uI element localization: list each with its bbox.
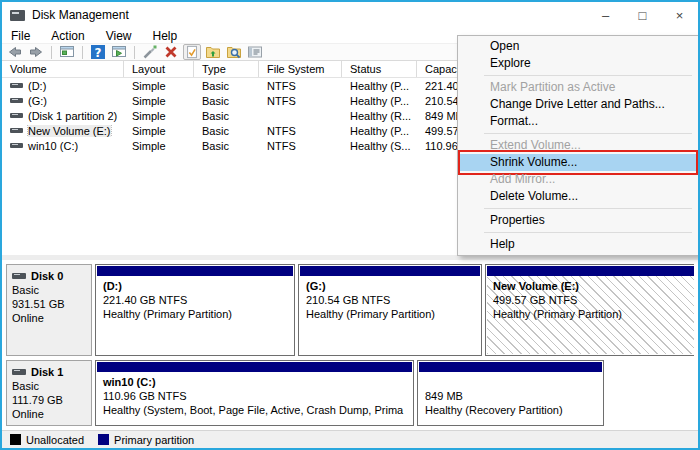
disk-size: 931.51 GB [12,297,86,311]
column-header-type[interactable]: Type [194,61,259,77]
close-icon[interactable]: × [661,2,698,28]
folder-search-icon[interactable] [225,44,243,60]
minimize-icon[interactable]: – [587,2,624,28]
partitions-area: win10 (C:)110.96 GB NTFSHealthy (System,… [95,360,694,426]
menu-item-change-drive-letter-and-paths[interactable]: Change Drive Letter and Paths... [458,96,698,113]
partition-recovery[interactable]: 849 MBHealthy (Recovery Partition) [417,360,604,426]
screwdriver-icon[interactable] [141,44,159,60]
partition-color-strip [419,362,602,372]
menu-item-delete-volume[interactable]: Delete Volume... [458,188,698,205]
disk-row-disk-0: Disk 0Basic931.51 GBOnline(D:)221.40 GB … [6,264,694,356]
partition-name: win10 (C:) [103,375,406,389]
partition-info: win10 (C:)110.96 GB NTFSHealthy (System,… [97,372,412,424]
cell-volume: (Disk 1 partition 2) [2,110,124,122]
partition-g[interactable]: (G:)210.54 GB NTFSHealthy (Primary Parti… [298,264,482,356]
partition-info: New Volume (E:)499.57 GB NTFSHealthy (Pr… [487,276,694,354]
cell-volume: win10 (C:) [2,140,124,152]
menu-item-explore[interactable]: Explore [458,55,698,72]
disk-graph-panel: Disk 0Basic931.51 GBOnline(D:)221.40 GB … [2,260,698,430]
partition-win10-c[interactable]: win10 (C:)110.96 GB NTFSHealthy (System,… [95,360,414,426]
cell-layout: Simple [124,140,194,152]
menu-item-shrink-volume[interactable]: Shrink Volume... [458,154,698,171]
cell-layout: Simple [124,125,194,137]
menu-item-open[interactable]: Open [458,38,698,55]
svg-text:?: ? [95,46,102,60]
menu-separator [484,208,692,209]
partition-status: Healthy (Primary Partition) [493,307,689,321]
legend-label: Unallocated [26,434,84,446]
checklist-icon[interactable] [183,44,201,60]
disk-label-box[interactable]: Disk 0Basic931.51 GBOnline [6,264,92,356]
cell-volume: (D:) [2,80,124,92]
column-header-volume[interactable]: Volume [2,61,124,77]
volume-drive-icon [10,113,23,118]
disk-label-box[interactable]: Disk 1Basic111.79 GBOnline [6,360,92,426]
menubar-item-action[interactable]: Action [51,29,84,43]
legend-swatch-icon [98,434,109,445]
menu-separator [484,133,692,134]
volume-drive-icon [10,98,23,103]
menubar-item-view[interactable]: View [106,29,132,43]
disk-type: Basic [12,379,86,393]
console-action-icon[interactable] [110,44,128,60]
partition-new-volume-e[interactable]: New Volume (E:)499.57 GB NTFSHealthy (Pr… [485,264,694,356]
partition-status: Healthy (Primary Partition) [306,307,474,321]
toolbar-separator [82,46,83,59]
partition-name [425,375,596,389]
toolbar-separator [51,46,52,59]
menu-item-properties[interactable]: Properties [458,212,698,229]
window-controls: – □ × [587,2,698,28]
disk-management-window: Disk Management – □ × File Action View H… [0,0,700,450]
menu-item-format[interactable]: Format... [458,113,698,130]
partition-size: 110.96 GB NTFS [103,389,406,403]
column-header-layout[interactable]: Layout [124,61,194,77]
disk-name: Disk 1 [12,365,86,379]
cell-status: Healthy (P... [342,125,417,137]
window-title: Disk Management [32,8,129,22]
cell-fs: NTFS [259,125,342,137]
partition-status: Healthy (Primary Partition) [103,307,287,321]
partitions-area: (D:)221.40 GB NTFSHealthy (Primary Parti… [95,264,694,356]
toolbar-separator [134,46,135,59]
volume-name: win10 (C:) [28,140,78,152]
cell-layout: Simple [124,80,194,92]
cell-status: Healthy (P... [342,95,417,107]
cell-status: Healthy (P... [342,80,417,92]
legend-unallocated: Unallocated [10,434,84,446]
volume-drive-icon [10,143,23,148]
menu-item-add-mirror: Add Mirror... [458,171,698,188]
partition-size: 849 MB [425,389,596,403]
disk-row-disk-1: Disk 1Basic111.79 GBOnlinewin10 (C:)110.… [6,360,694,426]
column-header-file-system[interactable]: File System [259,61,342,77]
disk-drive-icon [12,369,26,375]
menubar-item-file[interactable]: File [11,29,30,43]
disk-status: Online [12,311,86,325]
legend-label: Primary partition [114,434,194,446]
column-header-status[interactable]: Status [342,61,417,77]
cell-type: Basic [194,125,259,137]
menu-item-help[interactable]: Help [458,236,698,253]
volume-name: (G:) [28,95,47,107]
partition-info: (D:)221.40 GB NTFSHealthy (Primary Parti… [97,276,293,354]
disk-drive-icon [12,273,26,279]
disk-status: Online [12,407,86,421]
maximize-icon[interactable]: □ [624,2,661,28]
delete-x-icon[interactable] [162,44,180,60]
help-icon[interactable]: ? [89,44,107,60]
partition-size: 499.57 GB NTFS [493,293,689,307]
partition-info: 849 MBHealthy (Recovery Partition) [419,372,602,424]
properties-icon[interactable] [246,44,264,60]
console-window-icon[interactable] [58,44,76,60]
cell-fs: NTFS [259,95,342,107]
volume-drive-icon [10,83,23,88]
forward-icon[interactable] [27,44,45,60]
partition-d[interactable]: (D:)221.40 GB NTFSHealthy (Primary Parti… [95,264,295,356]
disk-size: 111.79 GB [12,393,86,407]
context-menu: OpenExploreMark Partition as ActiveChang… [457,35,699,256]
back-icon[interactable] [6,44,24,60]
menubar-item-help[interactable]: Help [153,29,178,43]
cell-status: Healthy (R... [342,110,417,122]
volume-drive-icon [10,128,23,133]
folder-up-icon[interactable] [204,44,222,60]
volume-name: New Volume (E:) [28,125,111,137]
